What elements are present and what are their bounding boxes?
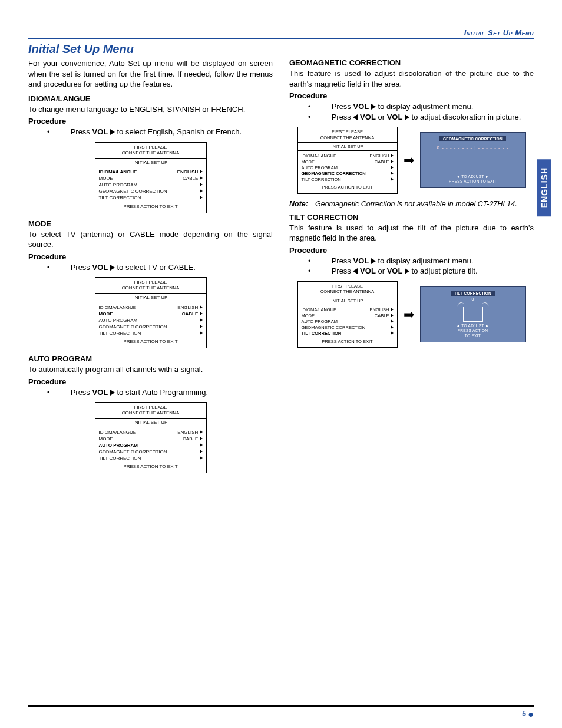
right-triangle-icon bbox=[110, 265, 115, 271]
osd-geo: FIRST PLEASECONNECT THE ANTENNA INITIAL … bbox=[297, 127, 398, 194]
note-label: Note: bbox=[289, 200, 308, 208]
right-triangle-icon bbox=[200, 437, 203, 440]
page-number: 5 ● bbox=[522, 709, 534, 720]
tilt-zero: 0 bbox=[463, 297, 483, 301]
adj-title: TILT CORRECTION bbox=[451, 291, 495, 296]
tilt-pair: FIRST PLEASECONNECT THE ANTENNA INITIAL … bbox=[289, 281, 534, 348]
right-triangle-icon bbox=[405, 268, 409, 274]
intro-paragraph: For your convenience, Auto Set up menu w… bbox=[28, 58, 273, 90]
section-head-idioma: IDIOMA/LANGUE bbox=[28, 94, 273, 103]
auto-step: Press VOL to start Auto Programming. bbox=[58, 387, 273, 398]
procedure-label: Procedure bbox=[289, 91, 534, 100]
note-text: Geomagnetic Correction is not available … bbox=[315, 200, 517, 208]
footer-rule bbox=[28, 705, 534, 707]
idioma-step: Press VOL to select English, Spanish or … bbox=[58, 127, 273, 137]
right-triangle-icon bbox=[200, 196, 203, 199]
language-tab: ENGLISH bbox=[537, 159, 551, 216]
right-triangle-icon bbox=[391, 154, 394, 157]
idioma-step-tail: to select English, Spanish or French. bbox=[115, 127, 242, 136]
right-triangle-icon bbox=[391, 172, 394, 175]
right-triangle-icon bbox=[110, 390, 115, 396]
right-triangle-icon bbox=[110, 129, 115, 135]
tilt-adjust-panel: TILT CORRECTION 0 ◄ TO ADJUST ► PRESS AC… bbox=[420, 286, 526, 342]
osd-tilt: FIRST PLEASECONNECT THE ANTENNA INITIAL … bbox=[297, 281, 398, 348]
arrow-right-icon: ➡ bbox=[404, 154, 414, 167]
right-triangle-icon bbox=[391, 308, 394, 311]
right-triangle-icon bbox=[200, 318, 203, 322]
arrow-right-icon: ➡ bbox=[404, 308, 414, 321]
right-triangle-icon bbox=[391, 160, 394, 163]
right-triangle-icon bbox=[200, 443, 203, 447]
geo-step1: Press VOL to display adjustment menu. bbox=[319, 101, 534, 112]
right-triangle-icon bbox=[391, 331, 394, 335]
bullet-icon: ● bbox=[528, 709, 534, 719]
right-triangle-icon bbox=[391, 166, 394, 169]
osd-top: FIRST PLEASECONNECT THE ANTENNA bbox=[95, 143, 206, 158]
right-triangle-icon bbox=[200, 183, 203, 186]
adj-foot: ◄ TO ADJUST ► PRESS ACTION TO EXIT bbox=[421, 324, 525, 338]
right-triangle-icon bbox=[200, 305, 203, 309]
right-triangle-icon bbox=[391, 319, 394, 323]
right-triangle-icon bbox=[200, 325, 203, 328]
right-triangle-icon bbox=[371, 258, 376, 264]
osd-sub: INITIAL SET UP bbox=[95, 158, 206, 167]
tilt-box-icon bbox=[463, 307, 483, 322]
right-triangle-icon bbox=[391, 325, 394, 329]
right-column: GEOMAGNETIC CORRECTION This feature is u… bbox=[289, 58, 534, 479]
right-triangle-icon bbox=[200, 170, 203, 173]
osd-idioma: FIRST PLEASECONNECT THE ANTENNA INITIAL … bbox=[95, 142, 207, 213]
section-head-tilt: TILT CORRECTION bbox=[289, 213, 534, 222]
osd-auto: FIRST PLEASECONNECT THE ANTENNA INITIAL … bbox=[95, 402, 207, 473]
geo-adjust-panel: GEOMAGNETIC CORRECTION 0 - - - - - - - -… bbox=[420, 132, 526, 188]
procedure-label: Procedure bbox=[28, 252, 273, 261]
tilt-step2: Press VOL or VOL to adjust picture tilt. bbox=[319, 266, 534, 276]
section-head-auto: AUTO PROGRAM bbox=[28, 354, 273, 363]
mode-step: Press VOL to select TV or CABLE. bbox=[58, 262, 273, 273]
adj-title: GEOMAGNETIC CORRECTION bbox=[439, 136, 506, 141]
geo-note: Note: Geomagnetic Correction is not avai… bbox=[289, 200, 534, 208]
right-triangle-icon bbox=[200, 176, 203, 180]
adj-foot: ◄ TO ADJUST ► PRESS ACTION TO EXIT bbox=[421, 174, 525, 185]
procedure-label: Procedure bbox=[28, 117, 273, 126]
tilt-desc: This feature is used to adjust the tilt … bbox=[289, 223, 534, 243]
left-triangle-icon bbox=[353, 114, 358, 120]
procedure-label: Procedure bbox=[28, 377, 273, 386]
press-label: Press bbox=[71, 127, 92, 136]
right-triangle-icon bbox=[200, 331, 203, 335]
osd-body: IDIOMA/LANGUEENGLISH MODECABLE AUTO PROG… bbox=[95, 167, 206, 202]
auto-desc: To automatically program all channels wi… bbox=[28, 364, 273, 375]
vol-label: VOL bbox=[92, 127, 108, 136]
right-triangle-icon bbox=[371, 104, 376, 110]
right-triangle-icon bbox=[200, 189, 203, 193]
left-triangle-icon bbox=[353, 268, 358, 274]
right-triangle-icon bbox=[405, 114, 409, 120]
right-triangle-icon bbox=[391, 314, 394, 317]
left-column: For your convenience, Auto Set up menu w… bbox=[28, 58, 273, 479]
mode-desc: To select TV (antenna) or CABLE mode dep… bbox=[28, 229, 273, 250]
header-breadcrumb: Initial Set Up Menu bbox=[28, 28, 534, 39]
right-triangle-icon bbox=[200, 430, 203, 434]
procedure-label: Procedure bbox=[289, 246, 534, 255]
osd-foot: PRESS ACTION TO EXIT bbox=[95, 202, 206, 213]
geo-desc: This feature is used to adjust discolora… bbox=[289, 68, 534, 89]
osd-mode: FIRST PLEASECONNECT THE ANTENNA INITIAL … bbox=[95, 277, 207, 348]
geo-step2: Press VOL or VOL to adjust discoloration… bbox=[319, 112, 534, 123]
section-head-geo: GEOMAGNETIC CORRECTION bbox=[289, 58, 534, 67]
right-triangle-icon bbox=[391, 177, 394, 181]
adj-scale: 0 - - - - - - - - | - - - - - - - - bbox=[437, 145, 509, 150]
right-triangle-icon bbox=[200, 450, 203, 453]
right-triangle-icon bbox=[200, 312, 203, 315]
right-triangle-icon bbox=[200, 456, 203, 460]
tilt-step1: Press VOL to display adjustment menu. bbox=[319, 256, 534, 266]
geo-pair: FIRST PLEASECONNECT THE ANTENNA INITIAL … bbox=[289, 127, 534, 194]
page-title: Initial Set Up Menu bbox=[28, 42, 534, 56]
section-head-mode: MODE bbox=[28, 219, 273, 228]
idioma-desc: To change menu language to ENGLISH, SPAN… bbox=[28, 104, 273, 115]
